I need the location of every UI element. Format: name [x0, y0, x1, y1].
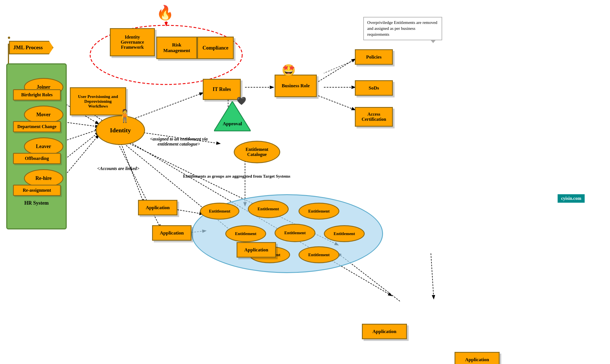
svg-line-5: [318, 96, 355, 110]
application-box-1: Application: [138, 200, 177, 215]
application-box-3: Application: [237, 242, 276, 258]
entitlement-aggregated-note: Entitlements as groups are aggregated fr…: [183, 174, 318, 179]
flag-pole: [8, 44, 9, 66]
entitlement-oval-6: Entitlement: [324, 225, 365, 242]
sods-box: SoDs: [355, 80, 393, 96]
approval-triangle: Approval: [214, 101, 251, 133]
svg-line-26: [431, 253, 434, 298]
diagram-container: 🔥 Identity Governance Framework Risk Man…: [0, 0, 610, 364]
it-roles-box: IT Roles: [203, 79, 241, 100]
star-eyes-icon: 🤩: [282, 65, 296, 76]
offboarding-box: Offboarding: [13, 153, 61, 164]
entitlement-oval-3: Entitlement: [299, 203, 339, 220]
igf-box: Identity Governance Framework: [110, 28, 155, 56]
compliance-box: Compliance: [197, 37, 234, 59]
entitlement-catalogue-oval: Entitlement Catalogue: [234, 141, 280, 163]
svg-line-11: [121, 144, 144, 203]
application-box-4: Application: [362, 324, 407, 339]
note-callout: Overpriviledge Entitlements are removed …: [363, 17, 442, 40]
heart-icon: 🖤: [237, 97, 246, 105]
entitlement-oval-8: Entitlement: [299, 246, 339, 263]
access-cert-box: Access Certification: [355, 107, 393, 127]
application-box-2: Application: [152, 225, 192, 241]
svg-text:Approval: Approval: [223, 121, 242, 126]
entitlement-oval-1: Entitlement: [200, 203, 239, 220]
person-icon: 🧍: [117, 110, 133, 122]
reassignment-box: Re-assignment: [13, 185, 61, 196]
entitlement-oval-5: Entitlement: [275, 224, 315, 242]
entitlement-oval-4: Entitlement: [225, 225, 266, 242]
flag-pole-top: [8, 37, 10, 39]
connection-lines: [0, 0, 610, 364]
accounts-note: <Accounts are linked>: [90, 166, 146, 171]
hr-system-label: HR System: [10, 200, 63, 206]
svg-line-3: [318, 59, 355, 82]
birthright-box: Birthright Roles: [13, 89, 61, 101]
business-role-box: Business Role: [275, 75, 317, 97]
svg-line-12: [118, 144, 161, 228]
entitlement-oval-2: Entitlement: [248, 200, 289, 218]
hr-system-panel: Joiner Birthright Roles Mover Department…: [6, 63, 67, 229]
flame-icon: 🔥: [156, 6, 174, 20]
jml-banner: JML Process: [9, 41, 54, 54]
watermark-badge: cyisin.com: [558, 194, 585, 203]
svg-marker-27: [214, 101, 251, 131]
svg-line-9: [135, 93, 203, 118]
application-box-5: Application: [455, 352, 500, 364]
risk-management-box: Risk Management: [156, 37, 197, 59]
dept-change-box: Department Change: [13, 121, 61, 132]
policies-box: Policies: [355, 49, 393, 65]
assigned-note: <assigned to an entitlement via entitlem…: [144, 137, 214, 147]
